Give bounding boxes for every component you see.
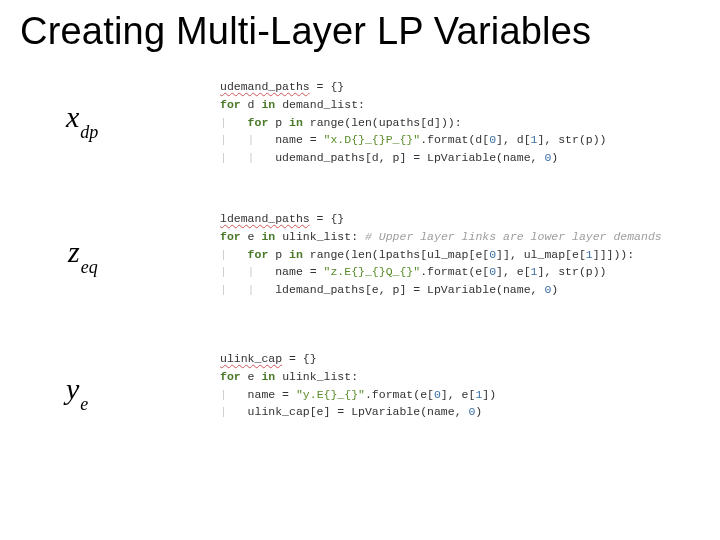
- code-text: ], str(p)): [538, 265, 607, 278]
- code-text: ], e[: [441, 388, 476, 401]
- code-str: "x.D{}_{}P_{}": [324, 133, 421, 146]
- code-text: ulink_cap[e] = LpVariable(name,: [248, 405, 469, 418]
- kw-for: for: [248, 116, 269, 129]
- code-num: 1: [531, 133, 538, 146]
- var-sub: eq: [81, 257, 98, 277]
- code-text: udemand_paths[d, p] = LpVariable(name,: [275, 151, 544, 164]
- kw-for: for: [220, 230, 241, 243]
- var-xdp-label: xdp: [66, 100, 97, 139]
- code-text: range(len(upaths[d])):: [303, 116, 462, 129]
- code-text: = {}: [282, 352, 317, 365]
- code-text: .format(e[: [365, 388, 434, 401]
- slide-title: Creating Multi-Layer LP Variables: [20, 10, 700, 53]
- code-comment: # Upper layer links are lower layer dema…: [365, 230, 662, 243]
- code-text: p: [268, 248, 289, 261]
- code-text: ], d[: [496, 133, 531, 146]
- code-text: d: [241, 98, 262, 111]
- code-text: ): [551, 283, 558, 296]
- code-text: ldemand_paths[e, p] = LpVariable(name,: [275, 283, 544, 296]
- code-text: p: [268, 116, 289, 129]
- code-text: e: [241, 230, 262, 243]
- code-num: 1: [586, 248, 593, 261]
- code-text: ], e[: [496, 265, 531, 278]
- decl-var: ldemand_paths: [220, 212, 310, 225]
- var-zeq-label: zeq: [68, 235, 97, 274]
- code-text: ], str(p)): [538, 133, 607, 146]
- decl-var: ulink_cap: [220, 352, 282, 365]
- var-ye-label: ye: [66, 372, 87, 411]
- code-text: ]]])):: [593, 248, 634, 261]
- code-text: ): [475, 405, 482, 418]
- slide: Creating Multi-Layer LP Variables xdp ze…: [0, 0, 720, 540]
- kw-in: in: [261, 98, 275, 111]
- kw-for: for: [220, 98, 241, 111]
- code-block-xdp: udemand_paths = {} for d in demand_list:…: [220, 78, 607, 167]
- kw-for: for: [220, 370, 241, 383]
- code-text: = {}: [310, 80, 345, 93]
- code-str: "y.E{}_{}": [296, 388, 365, 401]
- kw-in: in: [289, 116, 303, 129]
- code-text: range(len(lpaths[ul_map[e[: [303, 248, 489, 261]
- kw-for: for: [248, 248, 269, 261]
- code-text: e: [241, 370, 262, 383]
- code-text: name =: [275, 265, 323, 278]
- decl-var: udemand_paths: [220, 80, 310, 93]
- code-str: "z.E{}_{}Q_{}": [324, 265, 421, 278]
- code-num: 0: [434, 388, 441, 401]
- var-base: z: [68, 235, 80, 268]
- code-text: name =: [275, 133, 323, 146]
- code-text: .format(d[: [420, 133, 489, 146]
- kw-in: in: [289, 248, 303, 261]
- code-block-zeq: ldemand_paths = {} for e in ulink_list: …: [220, 210, 662, 299]
- var-sub: e: [80, 394, 88, 414]
- code-text: demand_list:: [275, 98, 365, 111]
- var-base: y: [66, 372, 79, 405]
- var-sub: dp: [80, 122, 98, 142]
- var-base: x: [66, 100, 79, 133]
- code-text: ]], ul_map[e[: [496, 248, 586, 261]
- code-block-ye: ulink_cap = {} for e in ulink_list: | na…: [220, 350, 496, 421]
- code-text: ulink_list:: [275, 370, 358, 383]
- code-text: = {}: [310, 212, 345, 225]
- code-text: ): [551, 151, 558, 164]
- code-num: 1: [531, 265, 538, 278]
- code-text: ulink_list:: [275, 230, 365, 243]
- kw-in: in: [261, 230, 275, 243]
- kw-in: in: [261, 370, 275, 383]
- code-text: .format(e[: [420, 265, 489, 278]
- code-text: name =: [248, 388, 296, 401]
- code-text: ]): [482, 388, 496, 401]
